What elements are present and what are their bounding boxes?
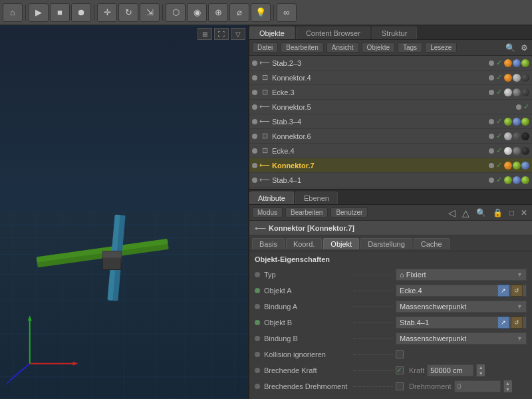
record-btn[interactable]: ⏺	[71, 3, 91, 22]
objB-value[interactable]: Stab.4–1 ↗ ↺	[396, 317, 527, 329]
nav-left-icon[interactable]: ◁	[446, 207, 458, 218]
kollision-checkbox[interactable]	[396, 350, 404, 358]
obj-vis-dot	[252, 148, 257, 154]
attr-title-row: ⟵ Konnektor [Konnektor.7]	[249, 221, 532, 235]
menu-tags[interactable]: Tags	[398, 43, 422, 53]
kraft-row: Kraft 50000 cm ▲ ▼	[409, 364, 527, 376]
search-icon[interactable]: 🔍	[504, 43, 517, 53]
subtab-objekt[interactable]: Objekt	[323, 238, 359, 249]
objA-value[interactable]: Ecke.4 ↗ ↺	[396, 285, 527, 297]
list-item[interactable]: ⟵ Stab.3–4 ✓	[249, 114, 532, 129]
attr-benutzer-btn[interactable]: Benutzer	[331, 207, 368, 217]
play-btn[interactable]: ▶	[29, 3, 49, 22]
scale-btn[interactable]: ⇲	[140, 3, 160, 22]
deform-btn[interactable]: ⊕	[208, 3, 228, 22]
menu-ansicht[interactable]: Ansicht	[327, 43, 359, 53]
typ-dropdown[interactable]: ⌂ Fixiert ▼	[396, 269, 527, 281]
list-item[interactable]: ⟵ Stab.4–1 ✓	[249, 173, 532, 188]
tab-struktur[interactable]: Struktur	[372, 27, 418, 39]
list-item[interactable]: ⊡ Konnektor.4 ✓	[249, 70, 532, 85]
obj-check-icon: ✓	[523, 102, 529, 111]
attr-window-icon[interactable]: □	[507, 208, 516, 217]
tab-ebenen[interactable]: Ebenen	[295, 192, 338, 204]
obj-balls	[504, 176, 529, 184]
prop-brechendkraft-row: Brechende Kraft Kraft 50000 cm ▲ ▼	[255, 363, 527, 378]
kraft-input[interactable]: 50000 cm	[427, 364, 473, 376]
drehmoment-row: Drehmoment 0 ▲ ▼	[409, 380, 527, 392]
render-btn[interactable]: ∞	[277, 3, 297, 22]
vp-more-btn[interactable]: ▽	[231, 28, 245, 40]
spin-up-btn[interactable]: ▲	[504, 380, 512, 386]
obj-dot2	[489, 148, 494, 154]
settings-icon[interactable]: ⚙	[519, 43, 529, 53]
spline-btn[interactable]: ◉	[187, 3, 207, 22]
spin-up-btn[interactable]: ▲	[477, 364, 485, 370]
menu-objekte[interactable]: Objekte	[362, 43, 395, 53]
kraft-spinner[interactable]: ▲ ▼	[476, 364, 485, 376]
dots-line	[353, 307, 393, 307]
brechendkraft-checkbox[interactable]	[396, 366, 404, 374]
tab-content-browser[interactable]: Content Browser	[296, 27, 370, 39]
toolbar-sep-1	[25, 5, 26, 21]
vp-cam-btn[interactable]: ⛶	[214, 28, 229, 40]
object-btn[interactable]: ⬡	[166, 3, 186, 22]
obj-balls	[504, 147, 529, 155]
viewport-3d[interactable]: ⊞ ⛶ ▽	[0, 25, 249, 399]
attr-bearbeiten-btn[interactable]: Bearbeiten	[285, 207, 328, 217]
list-item[interactable]: ⊡ Konnektor.6 ✓	[249, 129, 532, 144]
kraft-value: 50000 cm	[430, 366, 462, 374]
spin-down-btn[interactable]: ▼	[477, 370, 485, 376]
rotate-btn[interactable]: ↻	[118, 3, 138, 22]
obj-vis-dot	[252, 75, 257, 80]
object-list: ⟵ Stab.2–3 ✓ ⊡ Konnektor.4 ✓	[249, 56, 532, 189]
subtab-darstellung[interactable]: Darstellung	[360, 238, 412, 249]
objB-link-btn[interactable]: ↗	[497, 317, 509, 329]
list-item[interactable]: ⊡ Ecke.3 ✓	[249, 85, 532, 100]
obj-balls	[504, 59, 529, 67]
bindA-dropdown[interactable]: Massenschwerpunkt ▼	[396, 301, 527, 313]
list-item[interactable]: ⟵ Konnektor.7 ✓	[249, 158, 532, 173]
attr-search-icon[interactable]: 🔍	[474, 208, 488, 217]
objA-link-btn[interactable]: ↗	[497, 285, 509, 297]
objB-arrow-btn[interactable]: ↺	[511, 317, 523, 329]
tab-objekte[interactable]: Objekte	[249, 27, 295, 39]
obj-balls	[504, 118, 529, 126]
menu-leseze[interactable]: Leseze	[425, 43, 457, 53]
list-item[interactable]: ⟵ Konnektor.5 ✓	[249, 100, 532, 114]
obj-vis-dot	[252, 163, 257, 168]
menu-datei[interactable]: Datei	[252, 43, 278, 53]
dreh-spinner[interactable]: ▲ ▼	[503, 380, 512, 392]
list-item[interactable]: ⊡ Ecke.4 ✓	[249, 144, 532, 158]
obj-dot2	[489, 178, 494, 183]
brechenddrehmoment-checkbox[interactable]	[396, 382, 404, 390]
stop-btn[interactable]: ■	[50, 3, 70, 22]
tab-attribute[interactable]: Attribute	[249, 192, 294, 204]
menu-bearbeiten[interactable]: Bearbeiten	[281, 43, 323, 53]
subtab-basis[interactable]: Basis	[252, 238, 285, 249]
obj-type-icon: ⟵	[259, 59, 270, 67]
objA-arrow-btn[interactable]: ↺	[511, 285, 523, 297]
subtab-koord[interactable]: Koord.	[286, 238, 322, 249]
attr-lock-icon[interactable]: 🔒	[491, 208, 505, 217]
bindB-dropdown[interactable]: Massenschwerpunkt ▼	[396, 332, 527, 344]
vp-layout-btn[interactable]: ⊞	[198, 28, 212, 40]
home-btn[interactable]: ⌂	[3, 3, 23, 22]
prop-bindA-row: Bindung A Massenschwerpunkt ▼	[255, 299, 527, 314]
prop-kollision-label: Kollision ignorieren	[264, 350, 350, 358]
subtab-cache[interactable]: Cache	[414, 238, 450, 249]
dreh-input[interactable]: 0	[454, 380, 501, 392]
nav-up-icon[interactable]: △	[460, 207, 471, 218]
dreh-label: Drehmoment	[409, 382, 452, 390]
list-item[interactable]: ⟵ Stab.2–3 ✓	[249, 56, 532, 70]
attr-close-icon[interactable]: ✕	[519, 208, 529, 217]
prop-dot	[255, 304, 260, 309]
obj-balls	[504, 88, 529, 96]
prop-objB-row: Objekt B Stab.4–1 ↗ ↺	[255, 315, 527, 330]
dropdown-arrow-icon: ▼	[517, 271, 523, 278]
camera-btn[interactable]: ⌀	[229, 3, 249, 22]
obj-name-label: Stab.2–3	[272, 59, 487, 67]
attr-modus-btn[interactable]: Modus	[252, 207, 283, 217]
move-btn[interactable]: ✛	[97, 3, 117, 22]
spin-down-btn[interactable]: ▼	[504, 386, 512, 392]
light-btn[interactable]: 💡	[251, 3, 271, 22]
